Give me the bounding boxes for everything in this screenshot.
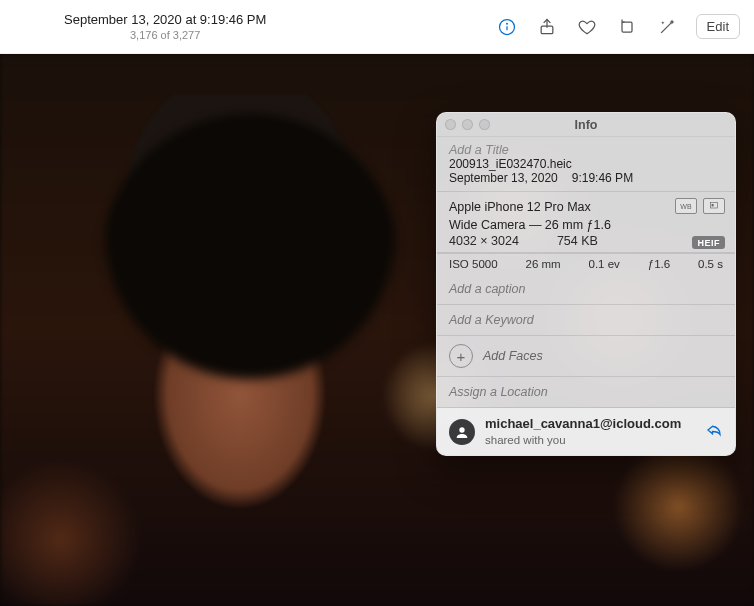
- keyword-field[interactable]: Add a Keyword: [437, 305, 735, 336]
- add-faces-label[interactable]: Add Faces: [483, 349, 543, 363]
- camera-badges: WB: [675, 198, 725, 214]
- info-icon[interactable]: [496, 16, 518, 38]
- exif-focal: 26 mm: [525, 258, 560, 270]
- photo-viewport: Info Add a Title 200913_iE032470.heic Se…: [0, 54, 754, 606]
- shared-with-row: michael_cavanna1@icloud.com shared with …: [437, 408, 735, 455]
- photo-date-title: September 13, 2020 at 9:19:46 PM: [64, 12, 266, 27]
- rotate-icon[interactable]: [616, 16, 638, 38]
- exif-row: ISO 5000 26 mm 0.1 ev ƒ1.6 0.5 s: [437, 253, 735, 274]
- svg-rect-4: [622, 22, 632, 32]
- share-icon[interactable]: [536, 16, 558, 38]
- info-titlebar: Info: [437, 113, 735, 137]
- svg-point-2: [506, 23, 507, 24]
- share-subtitle: shared with you: [485, 433, 695, 447]
- camera-section: WB Apple iPhone 12 Pro Max Wide Camera —…: [437, 192, 735, 253]
- info-window-title: Info: [575, 118, 598, 132]
- toolbar-actions: Edit: [496, 14, 740, 39]
- date-label: September 13, 2020: [449, 171, 558, 185]
- toolbar: September 13, 2020 at 9:19:46 PM 3,176 o…: [0, 0, 754, 54]
- auto-enhance-icon[interactable]: [656, 16, 678, 38]
- dimensions-label: 4032 × 3024: [449, 234, 519, 248]
- window-traffic-lights[interactable]: [445, 119, 490, 130]
- share-text: michael_cavanna1@icloud.com shared with …: [485, 416, 695, 447]
- photo-subject-hair: [100, 114, 400, 414]
- zoom-icon[interactable]: [479, 119, 490, 130]
- exif-shutter: 0.5 s: [698, 258, 723, 270]
- time-label: 9:19:46 PM: [572, 171, 633, 185]
- exif-iso: ISO 5000: [449, 258, 498, 270]
- location-field[interactable]: Assign a Location: [437, 377, 735, 408]
- toolbar-title-group: September 13, 2020 at 9:19:46 PM 3,176 o…: [14, 12, 266, 41]
- share-email: michael_cavanna1@icloud.com: [485, 416, 695, 432]
- photo-subject: [60, 94, 420, 594]
- filesize-label: 754 KB: [557, 234, 598, 248]
- close-icon[interactable]: [445, 119, 456, 130]
- filename-label: 200913_iE032470.heic: [449, 157, 723, 171]
- svg-point-7: [459, 427, 464, 432]
- avatar: [449, 419, 475, 445]
- format-badge: HEIF: [692, 236, 725, 249]
- info-popover: Info Add a Title 200913_iE032470.heic Se…: [436, 112, 736, 456]
- white-balance-icon: WB: [675, 198, 697, 214]
- title-field[interactable]: Add a Title: [449, 143, 723, 157]
- faces-row: + Add Faces: [437, 336, 735, 377]
- exif-aperture: ƒ1.6: [648, 258, 670, 270]
- exposure-icon: [703, 198, 725, 214]
- date-time-row: September 13, 2020 9:19:46 PM: [449, 171, 723, 185]
- caption-field[interactable]: Add a caption: [437, 274, 735, 305]
- favorite-icon[interactable]: [576, 16, 598, 38]
- lens-label: Wide Camera — 26 mm ƒ1.6: [449, 216, 723, 234]
- add-face-button[interactable]: +: [449, 344, 473, 368]
- minimize-icon[interactable]: [462, 119, 473, 130]
- edit-button[interactable]: Edit: [696, 14, 740, 39]
- svg-rect-5: [710, 202, 717, 208]
- photo-counter: 3,176 of 3,277: [130, 29, 200, 41]
- dimensions-row: 4032 × 3024 754 KB: [449, 234, 723, 248]
- title-section: Add a Title 200913_iE032470.heic Septemb…: [437, 137, 735, 192]
- svg-rect-6: [712, 204, 714, 206]
- reply-icon[interactable]: [705, 421, 723, 442]
- exif-ev: 0.1 ev: [589, 258, 620, 270]
